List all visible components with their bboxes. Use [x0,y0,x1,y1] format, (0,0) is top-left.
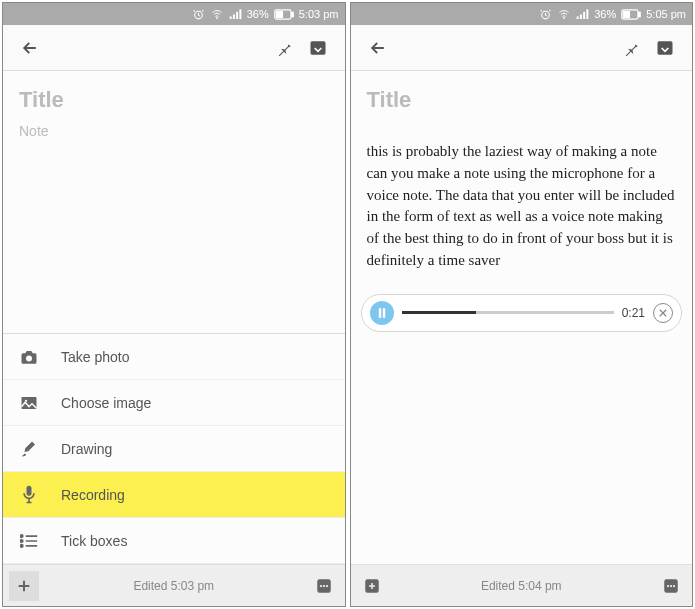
note-body[interactable]: this is probably the laziest way of maki… [351,127,693,278]
svg-rect-8 [276,11,282,17]
svg-rect-4 [236,11,238,18]
camera-icon [19,349,39,365]
svg-rect-7 [291,12,293,17]
note-editor: Title Note [3,71,345,143]
svg-rect-24 [580,14,582,19]
phone-left: 36% 5:03 pm Title Note Take photo Choose… [2,2,346,607]
pause-button[interactable] [370,301,394,325]
delete-audio-button[interactable] [653,303,673,323]
note-editor: Title [351,71,693,127]
svg-point-35 [667,584,669,586]
list-icon [19,534,39,548]
back-button[interactable] [361,31,395,65]
svg-point-19 [322,584,324,586]
audio-time: 0:21 [622,306,645,320]
svg-rect-25 [583,11,585,18]
attach-choose-image[interactable]: Choose image [3,380,345,426]
audio-player: 0:21 [361,294,683,332]
brush-icon [19,440,39,458]
svg-point-20 [325,584,327,586]
svg-rect-13 [27,485,32,495]
add-button[interactable] [357,571,387,601]
title-input[interactable]: Title [19,87,329,113]
content-spacer [3,143,345,333]
battery-text: 36% [594,8,616,20]
attach-tick-boxes[interactable]: Tick boxes [3,518,345,564]
status-bar: 36% 5:05 pm [351,3,693,25]
wifi-icon [210,8,224,20]
archive-button[interactable] [301,31,335,65]
clock-text: 5:03 pm [299,8,339,20]
svg-point-36 [670,584,672,586]
audio-progress-fill [402,311,476,314]
svg-rect-23 [577,16,579,19]
battery-text: 36% [247,8,269,20]
more-button[interactable] [309,571,339,601]
svg-point-14 [20,534,22,536]
add-button[interactable] [9,571,39,601]
phone-right: 36% 5:05 pm Title this is probably the l… [350,2,694,607]
svg-point-16 [20,544,22,546]
svg-rect-9 [310,41,325,54]
signal-icon [576,9,589,20]
edited-text: Edited 5:04 pm [387,579,657,593]
svg-rect-29 [624,11,630,17]
svg-point-12 [25,399,27,401]
more-button[interactable] [656,571,686,601]
app-bar [351,25,693,71]
audio-progress[interactable] [402,311,614,314]
alarm-icon [539,8,552,21]
svg-point-10 [26,355,32,361]
svg-point-15 [20,539,22,541]
svg-point-1 [216,18,217,19]
attach-label: Drawing [61,441,112,457]
note-input[interactable]: Note [19,123,329,139]
mic-icon [19,485,39,505]
pin-button[interactable] [614,31,648,65]
alarm-icon [192,8,205,21]
content-spacer [351,332,693,565]
svg-point-18 [319,584,321,586]
attach-take-photo[interactable]: Take photo [3,334,345,380]
attach-label: Tick boxes [61,533,127,549]
bottom-bar: Edited 5:03 pm [3,564,345,606]
pin-button[interactable] [267,31,301,65]
svg-rect-26 [587,9,589,19]
status-bar: 36% 5:03 pm [3,3,345,25]
svg-point-22 [564,18,565,19]
battery-icon [274,9,294,20]
svg-rect-32 [382,308,384,318]
svg-rect-31 [378,308,380,318]
svg-rect-3 [233,14,235,19]
svg-rect-30 [658,41,673,54]
svg-rect-5 [239,9,241,19]
battery-icon [621,9,641,20]
attach-label: Recording [61,487,125,503]
bottom-bar: Edited 5:04 pm [351,564,693,606]
edited-text: Edited 5:03 pm [39,579,309,593]
image-icon [19,395,39,411]
app-bar [3,25,345,71]
clock-text: 5:05 pm [646,8,686,20]
wifi-icon [557,8,571,20]
attach-label: Take photo [61,349,130,365]
archive-button[interactable] [648,31,682,65]
svg-rect-2 [229,16,231,19]
svg-point-37 [673,584,675,586]
svg-rect-28 [639,12,641,17]
signal-icon [229,9,242,20]
title-input[interactable]: Title [367,87,677,113]
attach-recording[interactable]: Recording [3,472,345,518]
attach-label: Choose image [61,395,151,411]
attach-menu: Take photo Choose image Drawing Recordin… [3,333,345,564]
back-button[interactable] [13,31,47,65]
attach-drawing[interactable]: Drawing [3,426,345,472]
